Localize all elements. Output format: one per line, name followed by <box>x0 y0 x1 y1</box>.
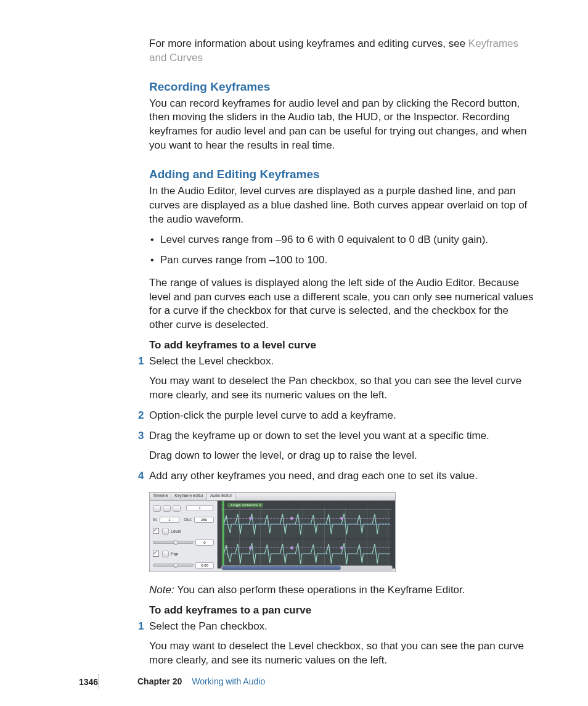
step-text: Select the Level checkbox. <box>140 355 534 369</box>
step-number: 3 <box>138 429 144 443</box>
step-number: 1 <box>138 620 144 634</box>
step-number: 1 <box>138 355 144 369</box>
section-adding-editing-keyframes: Adding and Editing Keyframes In the Audi… <box>149 166 534 332</box>
level-value-field[interactable]: 0 <box>195 540 214 546</box>
pan-curve[interactable] <box>224 554 390 554</box>
in-label: In: <box>153 517 158 522</box>
body-adding-editing-2: The range of values is displayed along t… <box>149 276 534 333</box>
note-text: You can also perform these operations in… <box>177 584 465 596</box>
transport-next-button[interactable] <box>173 505 181 512</box>
transport-play-button[interactable] <box>163 505 171 512</box>
heading-adding-editing-keyframes: Adding and Editing Keyframes <box>149 166 534 183</box>
step-subtext: Drag down to lower the level, or drag up… <box>140 449 534 463</box>
tab-keyframe-editor[interactable]: Keyframe Editor <box>171 493 207 500</box>
level-curve[interactable] <box>224 548 390 548</box>
chapter-title: Working with Audio <box>192 676 265 688</box>
pan-curve[interactable] <box>224 524 390 525</box>
pan-value-field[interactable]: 0.00 <box>195 562 214 568</box>
step-text: Drag the keyframe up or down to set the … <box>140 429 534 443</box>
chapter-number-label: Chapter 20 <box>137 676 182 688</box>
transport-prev-button[interactable] <box>153 505 161 512</box>
bullet-pan-range: Pan curves range from –100 to 100. <box>149 253 534 268</box>
step-subtext: You may want to deselect the Pan checkbo… <box>140 374 534 403</box>
page-footer: 1346 Chapter 20 Working with Audio <box>0 674 588 689</box>
step-2: 2 Option-click the purple level curve to… <box>140 409 534 423</box>
figure-side-panel: 1 In: 1 Out: 286 Level <box>150 501 218 568</box>
step-number: 2 <box>138 409 144 423</box>
tab-timeline[interactable]: Timeline <box>150 493 171 500</box>
step-text: Select the Pan checkbox. <box>140 620 534 634</box>
level-record-button[interactable] <box>162 528 169 535</box>
body-recording-keyframes: You can record keyframes for audio level… <box>149 97 534 154</box>
waveform-track-lower[interactable] <box>224 540 390 567</box>
figure-tab-bar: Timeline Keyframe Editor Audio Editor <box>150 493 395 501</box>
heading-recording-keyframes: Recording Keyframes <box>149 79 534 95</box>
horizontal-scrollbar[interactable] <box>221 565 393 570</box>
bullet-level-range: Level curves range from –96 to 6 with 0 … <box>149 233 534 247</box>
page-number: 1346 <box>79 676 98 688</box>
pan-label: Pan <box>171 551 178 557</box>
bullet-list: Level curves range from –96 to 6 with 0 … <box>149 233 534 268</box>
pan-record-button[interactable] <box>162 551 169 557</box>
step-number: 4 <box>138 469 144 483</box>
pan-step-1: 1 Select the Pan checkbox. You may want … <box>140 620 534 668</box>
playhead-field[interactable]: 1 <box>186 505 213 511</box>
step-text: Add any other keyframes you need, and dr… <box>140 469 534 483</box>
level-slider[interactable] <box>153 541 194 544</box>
body-adding-editing-1: In the Audio Editor, level curves are di… <box>149 184 534 227</box>
step-subtext: You may want to deselect the Level check… <box>140 639 534 668</box>
figure-waveform-area: Jungle ambience 3 <box>218 501 395 568</box>
level-label: Level <box>171 528 181 534</box>
note-paragraph: Note: You can also perform these operati… <box>149 583 534 597</box>
intro-text: For more information about using keyfram… <box>149 38 468 49</box>
step-3: 3 Drag the keyframe up or down to set th… <box>140 429 534 463</box>
pan-slider[interactable] <box>153 564 194 567</box>
level-checkbox[interactable] <box>153 528 159 534</box>
in-field[interactable]: 1 <box>160 517 179 523</box>
step-4: 4 Add any other keyframes you need, and … <box>140 469 534 483</box>
pan-checkbox[interactable] <box>153 551 159 557</box>
procedure-title-level: To add keyframes to a level curve <box>149 339 534 353</box>
level-curve[interactable] <box>224 518 390 519</box>
note-label: Note: <box>149 584 177 596</box>
procedure-title-pan: To add keyframes to a pan curve <box>149 604 534 618</box>
audio-editor-figure: Timeline Keyframe Editor Audio Editor 1 … <box>149 492 396 572</box>
waveform-track-upper[interactable] <box>224 511 390 538</box>
step-1: 1 Select the Level checkbox. You may wan… <box>140 355 534 403</box>
out-label: Out: <box>184 517 192 522</box>
out-field[interactable]: 286 <box>194 517 214 523</box>
section-recording-keyframes: Recording Keyframes You can record keyfr… <box>149 79 534 153</box>
intro-paragraph: For more information about using keyfram… <box>149 37 534 65</box>
step-text: Option-click the purple level curve to a… <box>140 409 534 423</box>
tab-audio-editor[interactable]: Audio Editor <box>207 493 235 500</box>
